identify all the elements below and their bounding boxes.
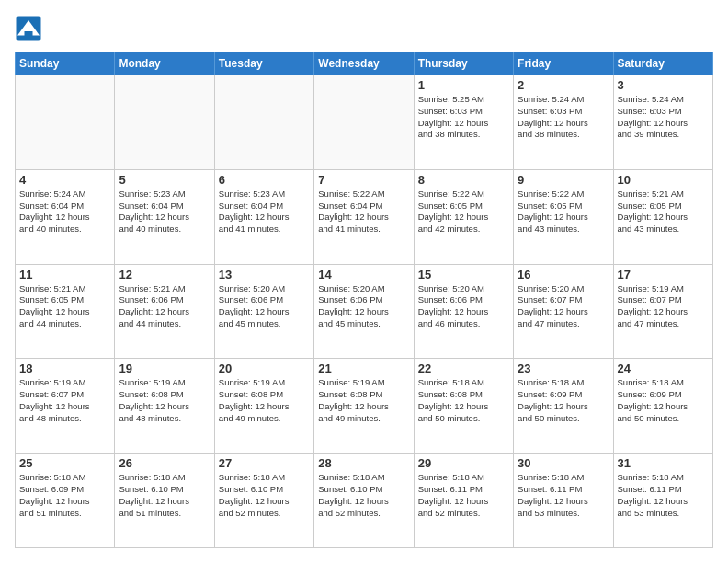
cell-info: Sunrise: 5:20 AM Sunset: 6:06 PM Dayligh… <box>418 283 509 330</box>
calendar-cell: 9Sunrise: 5:22 AM Sunset: 6:05 PM Daylig… <box>514 169 613 264</box>
day-header-thursday: Thursday <box>414 52 513 75</box>
cell-info: Sunrise: 5:18 AM Sunset: 6:10 PM Dayligh… <box>119 472 210 519</box>
calendar-cell: 31Sunrise: 5:18 AM Sunset: 6:11 PM Dayli… <box>613 454 712 548</box>
calendar-cell: 25Sunrise: 5:18 AM Sunset: 6:09 PM Dayli… <box>16 454 115 548</box>
calendar-cell <box>214 75 313 170</box>
calendar-cell: 14Sunrise: 5:20 AM Sunset: 6:06 PM Dayli… <box>314 264 414 359</box>
header <box>15 15 713 42</box>
cell-info: Sunrise: 5:24 AM Sunset: 6:03 PM Dayligh… <box>618 94 709 141</box>
day-number: 25 <box>19 456 110 470</box>
day-number: 23 <box>518 362 609 375</box>
day-number: 31 <box>618 456 709 470</box>
day-number: 8 <box>418 173 509 187</box>
cell-info: Sunrise: 5:18 AM Sunset: 6:09 PM Dayligh… <box>618 377 709 424</box>
calendar-cell: 16Sunrise: 5:20 AM Sunset: 6:07 PM Dayli… <box>514 264 613 359</box>
calendar-cell: 1Sunrise: 5:25 AM Sunset: 6:03 PM Daylig… <box>414 75 513 170</box>
day-number: 2 <box>518 78 609 92</box>
day-number: 9 <box>518 173 609 187</box>
cell-info: Sunrise: 5:18 AM Sunset: 6:10 PM Dayligh… <box>219 472 310 519</box>
cell-info: Sunrise: 5:25 AM Sunset: 6:03 PM Dayligh… <box>418 94 509 141</box>
day-number: 11 <box>19 268 110 282</box>
cell-info: Sunrise: 5:23 AM Sunset: 6:04 PM Dayligh… <box>219 189 310 236</box>
calendar-cell: 28Sunrise: 5:18 AM Sunset: 6:10 PM Dayli… <box>314 454 414 548</box>
day-number: 15 <box>418 268 509 282</box>
cell-info: Sunrise: 5:19 AM Sunset: 6:08 PM Dayligh… <box>318 377 409 424</box>
calendar-cell: 6Sunrise: 5:23 AM Sunset: 6:04 PM Daylig… <box>214 169 313 264</box>
cell-info: Sunrise: 5:20 AM Sunset: 6:07 PM Dayligh… <box>518 283 609 330</box>
calendar-cell: 8Sunrise: 5:22 AM Sunset: 6:05 PM Daylig… <box>414 169 513 264</box>
cell-info: Sunrise: 5:19 AM Sunset: 6:07 PM Dayligh… <box>618 283 709 330</box>
day-number: 6 <box>219 173 310 187</box>
cell-info: Sunrise: 5:19 AM Sunset: 6:08 PM Dayligh… <box>219 377 310 424</box>
calendar-cell: 3Sunrise: 5:24 AM Sunset: 6:03 PM Daylig… <box>613 75 712 170</box>
day-number: 13 <box>219 268 310 282</box>
week-row-3: 11Sunrise: 5:21 AM Sunset: 6:05 PM Dayli… <box>16 264 713 359</box>
calendar-cell <box>16 75 115 170</box>
day-number: 12 <box>119 268 210 282</box>
calendar-cell: 18Sunrise: 5:19 AM Sunset: 6:07 PM Dayli… <box>16 359 115 454</box>
calendar-cell: 29Sunrise: 5:18 AM Sunset: 6:11 PM Dayli… <box>414 454 513 548</box>
cell-info: Sunrise: 5:18 AM Sunset: 6:09 PM Dayligh… <box>19 472 110 519</box>
week-row-1: 1Sunrise: 5:25 AM Sunset: 6:03 PM Daylig… <box>16 75 713 170</box>
cell-info: Sunrise: 5:18 AM Sunset: 6:11 PM Dayligh… <box>618 472 709 519</box>
calendar-cell: 12Sunrise: 5:21 AM Sunset: 6:06 PM Dayli… <box>115 264 214 359</box>
day-number: 16 <box>518 268 609 282</box>
calendar-cell: 13Sunrise: 5:20 AM Sunset: 6:06 PM Dayli… <box>214 264 313 359</box>
day-number: 24 <box>618 362 709 375</box>
week-row-4: 18Sunrise: 5:19 AM Sunset: 6:07 PM Dayli… <box>16 359 713 454</box>
day-number: 20 <box>219 362 310 375</box>
day-header-tuesday: Tuesday <box>214 52 313 75</box>
cell-info: Sunrise: 5:18 AM Sunset: 6:11 PM Dayligh… <box>518 472 609 519</box>
calendar-cell: 2Sunrise: 5:24 AM Sunset: 6:03 PM Daylig… <box>514 75 613 170</box>
cell-info: Sunrise: 5:21 AM Sunset: 6:05 PM Dayligh… <box>19 283 110 330</box>
cell-info: Sunrise: 5:19 AM Sunset: 6:07 PM Dayligh… <box>19 377 110 424</box>
day-number: 1 <box>418 78 509 92</box>
calendar-cell: 20Sunrise: 5:19 AM Sunset: 6:08 PM Dayli… <box>214 359 313 454</box>
day-number: 28 <box>318 456 409 470</box>
svg-rect-2 <box>25 31 33 37</box>
day-number: 21 <box>318 362 409 375</box>
day-number: 18 <box>19 362 110 375</box>
cell-info: Sunrise: 5:24 AM Sunset: 6:03 PM Dayligh… <box>518 94 609 141</box>
day-header-sunday: Sunday <box>16 52 115 75</box>
calendar-cell <box>115 75 214 170</box>
week-row-5: 25Sunrise: 5:18 AM Sunset: 6:09 PM Dayli… <box>16 454 713 548</box>
cell-info: Sunrise: 5:18 AM Sunset: 6:08 PM Dayligh… <box>418 377 509 424</box>
calendar-cell: 24Sunrise: 5:18 AM Sunset: 6:09 PM Dayli… <box>613 359 712 454</box>
calendar-cell: 21Sunrise: 5:19 AM Sunset: 6:08 PM Dayli… <box>314 359 414 454</box>
calendar-cell: 27Sunrise: 5:18 AM Sunset: 6:10 PM Dayli… <box>214 454 313 548</box>
cell-info: Sunrise: 5:21 AM Sunset: 6:06 PM Dayligh… <box>119 283 210 330</box>
calendar-cell: 10Sunrise: 5:21 AM Sunset: 6:05 PM Dayli… <box>613 169 712 264</box>
calendar-cell: 17Sunrise: 5:19 AM Sunset: 6:07 PM Dayli… <box>613 264 712 359</box>
calendar-cell: 23Sunrise: 5:18 AM Sunset: 6:09 PM Dayli… <box>514 359 613 454</box>
cell-info: Sunrise: 5:21 AM Sunset: 6:05 PM Dayligh… <box>618 189 709 236</box>
day-header-wednesday: Wednesday <box>314 52 414 75</box>
cell-info: Sunrise: 5:18 AM Sunset: 6:09 PM Dayligh… <box>518 377 609 424</box>
cell-info: Sunrise: 5:18 AM Sunset: 6:10 PM Dayligh… <box>318 472 409 519</box>
cell-info: Sunrise: 5:20 AM Sunset: 6:06 PM Dayligh… <box>219 283 310 330</box>
calendar-cell: 5Sunrise: 5:23 AM Sunset: 6:04 PM Daylig… <box>115 169 214 264</box>
calendar-cell: 19Sunrise: 5:19 AM Sunset: 6:08 PM Dayli… <box>115 359 214 454</box>
cell-info: Sunrise: 5:22 AM Sunset: 6:04 PM Dayligh… <box>318 189 409 236</box>
logo <box>15 15 46 42</box>
day-number: 4 <box>19 173 110 187</box>
cell-info: Sunrise: 5:19 AM Sunset: 6:08 PM Dayligh… <box>119 377 210 424</box>
week-row-2: 4Sunrise: 5:24 AM Sunset: 6:04 PM Daylig… <box>16 169 713 264</box>
day-number: 7 <box>318 173 409 187</box>
calendar-cell: 11Sunrise: 5:21 AM Sunset: 6:05 PM Dayli… <box>16 264 115 359</box>
day-header-row: SundayMondayTuesdayWednesdayThursdayFrid… <box>16 52 713 75</box>
calendar-cell: 4Sunrise: 5:24 AM Sunset: 6:04 PM Daylig… <box>16 169 115 264</box>
cell-info: Sunrise: 5:23 AM Sunset: 6:04 PM Dayligh… <box>119 189 210 236</box>
cell-info: Sunrise: 5:22 AM Sunset: 6:05 PM Dayligh… <box>518 189 609 236</box>
cell-info: Sunrise: 5:24 AM Sunset: 6:04 PM Dayligh… <box>19 189 110 236</box>
day-number: 5 <box>119 173 210 187</box>
day-number: 14 <box>318 268 409 282</box>
calendar-cell: 15Sunrise: 5:20 AM Sunset: 6:06 PM Dayli… <box>414 264 513 359</box>
calendar-cell <box>314 75 414 170</box>
cell-info: Sunrise: 5:22 AM Sunset: 6:05 PM Dayligh… <box>418 189 509 236</box>
calendar-cell: 22Sunrise: 5:18 AM Sunset: 6:08 PM Dayli… <box>414 359 513 454</box>
calendar-cell: 30Sunrise: 5:18 AM Sunset: 6:11 PM Dayli… <box>514 454 613 548</box>
day-number: 29 <box>418 456 509 470</box>
page: SundayMondayTuesdayWednesdayThursdayFrid… <box>0 0 728 563</box>
day-number: 17 <box>618 268 709 282</box>
